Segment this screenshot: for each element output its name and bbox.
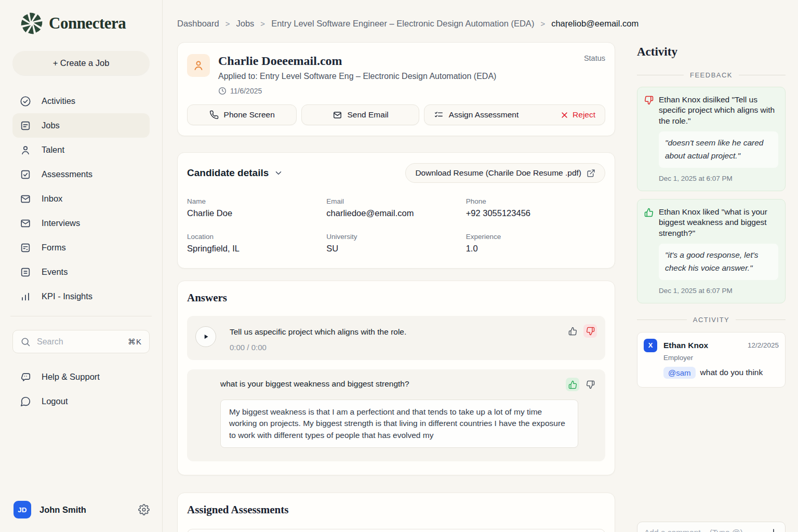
sidebar-item-label: Jobs — [42, 121, 60, 130]
feedback-card-like: Ethan Knox liked "what is your biggest w… — [637, 199, 786, 303]
events-icon — [20, 267, 31, 278]
send-email-button[interactable]: Send Email — [301, 104, 419, 125]
assign-reject-group: Assign Assessment Reject — [424, 104, 605, 125]
thumbs-up-icon[interactable] — [566, 378, 579, 391]
sidebar: Connectera + Create a Job Activities Job… — [0, 0, 163, 532]
activity-entry: X Ethan Knox 12/2/2025 Employer @sam wha… — [637, 332, 786, 388]
field-experience: Experience 1.0 — [466, 233, 605, 254]
forms-icon — [20, 242, 31, 254]
sidebar-item-label: Events — [42, 267, 68, 277]
field-email: Email charliedoe@email.com — [326, 197, 466, 218]
thumbs-up-icon[interactable] — [566, 324, 579, 338]
breadcrumb-dashboard[interactable]: Dashboard — [177, 19, 219, 29]
sidebar-item-events[interactable]: Events — [12, 260, 150, 284]
candidate-name: Charlie Doeeemail.com — [218, 54, 584, 68]
external-link-icon — [587, 169, 595, 178]
chevron-down-icon — [274, 168, 283, 178]
answer-text: My biggest weakness is that I am a perfe… — [220, 400, 578, 448]
feedback-card-dislike: Ethan Knox disilked "Tell us specific pr… — [637, 87, 786, 191]
phone-screen-button[interactable]: Phone Screen — [187, 104, 297, 125]
plus-icon[interactable] — [769, 528, 778, 532]
chevron-right-icon: > — [540, 19, 545, 28]
breadcrumb-jobs[interactable]: Jobs — [236, 19, 255, 29]
sidebar-item-label: Talent — [42, 145, 64, 155]
answer-question: what is your biggest weakness and bigges… — [220, 379, 558, 391]
sidebar-item-kpi-insights[interactable]: KPI - Insights — [12, 284, 150, 309]
field-phone: Phone +92 3055123456 — [466, 197, 605, 218]
checklist-icon — [434, 110, 444, 120]
candidate-details-toggle[interactable]: Candidate details — [187, 167, 283, 179]
comment-date: 12/2/2025 — [748, 341, 779, 349]
answer-question: Tell us aspecific project which aligns w… — [230, 327, 558, 337]
sidebar-item-inbox[interactable]: Inbox — [12, 187, 150, 211]
main-area: Dashboard > Jobs > Entry Level Software … — [163, 0, 798, 532]
content-column: Charlie Doeeemail.com Applied to: Entry … — [177, 42, 615, 532]
person-icon — [20, 144, 31, 156]
help-support-item[interactable]: Help & Support — [12, 365, 150, 389]
assigned-assessments-card: Assigned Assessments Frontend Coding Cha… — [177, 493, 615, 532]
feedback-quote: "it's a good response, let's check his v… — [659, 244, 778, 280]
sidebar-item-activities[interactable]: Activities — [12, 89, 150, 113]
activity-panel: Activity FEEDBACK Ethan Knox disilked "T… — [637, 42, 786, 532]
sidebar-item-label: Inbox — [42, 194, 62, 204]
x-icon — [561, 111, 568, 119]
assessment-row: Frontend Coding Challenge — [187, 529, 605, 532]
reject-label: Reject — [573, 110, 595, 119]
status-label: Status — [584, 54, 605, 95]
mention-pill[interactable]: @sam — [663, 367, 696, 379]
candidate-details-title: Candidate details — [187, 167, 269, 179]
comment-input-box[interactable] — [637, 522, 786, 532]
assigned-assessments-title: Assigned Assessments — [187, 503, 605, 516]
commenter-role: Employer — [663, 354, 779, 362]
brand-name: Connectera — [49, 14, 126, 33]
search-icon — [20, 337, 31, 347]
gear-icon[interactable] — [138, 504, 150, 515]
answer-audio-row: Tell us aspecific project which aligns w… — [187, 316, 605, 360]
mail-icon — [332, 110, 342, 120]
send-email-label: Send Email — [348, 110, 389, 119]
connectera-logo-icon — [20, 11, 44, 35]
download-resume-button[interactable]: Download Resume (Charile Doe Resume .pdf… — [405, 163, 605, 183]
commenter-avatar: X — [644, 339, 657, 352]
comment-input[interactable] — [644, 528, 765, 532]
thumbs-down-icon[interactable] — [583, 378, 597, 391]
sidebar-item-label: Forms — [42, 243, 66, 252]
sidebar-item-talent[interactable]: Talent — [12, 138, 150, 162]
sidebar-divider — [10, 316, 152, 316]
feedback-text: Ethan Knox liked "what is your biggest w… — [659, 207, 778, 238]
feedback-section-label: FEEDBACK — [690, 71, 733, 79]
audio-time: 0:00 / 0:00 — [230, 343, 558, 352]
user-row[interactable]: JD John Smith — [12, 501, 150, 518]
person-icon — [192, 59, 205, 72]
reject-button[interactable]: Reject — [561, 110, 595, 119]
sidebar-item-forms[interactable]: Forms — [12, 235, 150, 260]
search-box[interactable]: ⌘K — [12, 330, 150, 353]
field-location: Location Springfield, IL — [187, 233, 326, 254]
phone-screen-label: Phone Screen — [224, 110, 275, 119]
thumbs-up-icon — [644, 208, 654, 217]
sidebar-item-label: Assessments — [42, 169, 92, 179]
search-input[interactable] — [37, 337, 122, 347]
applied-to-text: Applied to: Entry Level Software Eng – E… — [218, 72, 584, 81]
feedback-text: Ethan Knox disilked "Tell us specific pr… — [659, 95, 778, 126]
sidebar-item-label: Interviews — [42, 218, 80, 228]
sidebar-item-assessments[interactable]: Assessments — [12, 162, 150, 187]
logout-item[interactable]: Logout — [12, 389, 150, 414]
thumbs-down-icon — [644, 96, 654, 105]
play-icon — [201, 332, 210, 341]
thumbs-down-icon[interactable] — [583, 324, 597, 338]
create-job-button[interactable]: + Create a Job — [12, 51, 150, 75]
check-square-icon — [20, 169, 31, 180]
user-avatar: JD — [14, 501, 31, 518]
clock-icon — [218, 87, 227, 95]
logout-label: Logout — [42, 396, 68, 406]
download-resume-label: Download Resume (Charile Doe Resume .pdf… — [415, 168, 581, 178]
play-button[interactable] — [195, 326, 216, 347]
sidebar-item-jobs[interactable]: Jobs — [12, 113, 150, 138]
assign-assessment-button[interactable]: Assign Assessment — [434, 110, 518, 120]
user-name: John Smith — [39, 505, 130, 515]
sidebar-item-interviews[interactable]: Interviews — [12, 211, 150, 235]
chevron-right-icon: > — [260, 19, 265, 28]
breadcrumb-job-title[interactable]: Entry Level Software Engineer – Electron… — [271, 19, 534, 29]
help-support-label: Help & Support — [42, 372, 100, 382]
